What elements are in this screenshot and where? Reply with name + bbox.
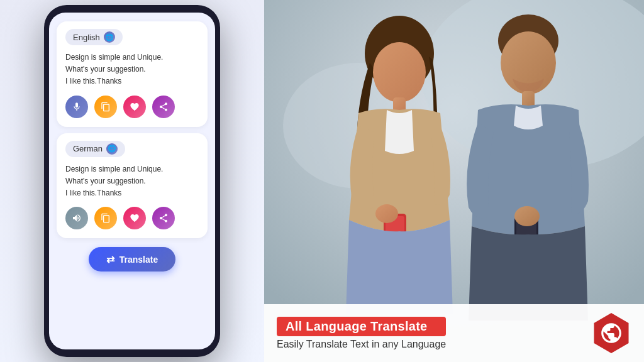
svg-point-8 — [375, 204, 398, 223]
translate-button-label: Translate — [119, 255, 158, 265]
phone-screen: English 🌐 Design is simple and Unique. W… — [49, 13, 215, 349]
left-panel: English 🌐 Design is simple and Unique. W… — [0, 0, 264, 362]
bottom-banner: All Language Translate Easily Translate … — [264, 304, 644, 362]
target-copy-button[interactable] — [94, 207, 117, 229]
target-translation-text: Design is simple and Unique. What's your… — [65, 163, 199, 200]
target-translation-card: German 🌐 Design is simple and Unique. Wh… — [57, 133, 208, 239]
favorite-button[interactable] — [123, 96, 146, 118]
target-favorite-button[interactable] — [123, 207, 146, 229]
target-language-label: German — [73, 144, 103, 153]
translate-button-container: ⇄ Translate — [57, 247, 208, 272]
source-translation-text: Design is simple and Unique. What's your… — [65, 52, 199, 88]
share-button[interactable] — [152, 96, 175, 118]
target-share-button[interactable] — [152, 207, 175, 229]
banner-subtitle: Easily Translate Text in any Language — [277, 339, 446, 350]
mic-button[interactable] — [65, 96, 88, 118]
svg-point-14 — [514, 206, 540, 226]
source-globe-icon: 🌐 — [104, 31, 115, 43]
target-action-buttons — [65, 207, 199, 229]
svg-point-4 — [373, 42, 426, 102]
target-language-selector[interactable]: German 🌐 — [65, 141, 125, 157]
target-globe-icon: 🌐 — [106, 143, 118, 155]
copy-button[interactable] — [94, 96, 117, 118]
source-language-selector[interactable]: English 🌐 — [65, 29, 123, 45]
source-action-buttons — [65, 96, 199, 118]
source-language-label: English — [73, 33, 100, 42]
banner-globe-hexagon — [591, 313, 631, 353]
translate-button[interactable]: ⇄ Translate — [89, 247, 175, 272]
banner-text-group: All Language Translate Easily Translate … — [277, 317, 446, 350]
banner-title: All Language Translate — [277, 317, 446, 336]
translate-icon: ⇄ — [106, 253, 114, 265]
right-panel: All Language Translate Easily Translate … — [264, 0, 644, 362]
phone-mockup: English 🌐 Design is simple and Unique. W… — [44, 5, 220, 357]
target-mic-button[interactable] — [65, 207, 88, 229]
banner-globe-icon — [592, 314, 630, 352]
source-translation-card: English 🌐 Design is simple and Unique. W… — [57, 21, 208, 127]
